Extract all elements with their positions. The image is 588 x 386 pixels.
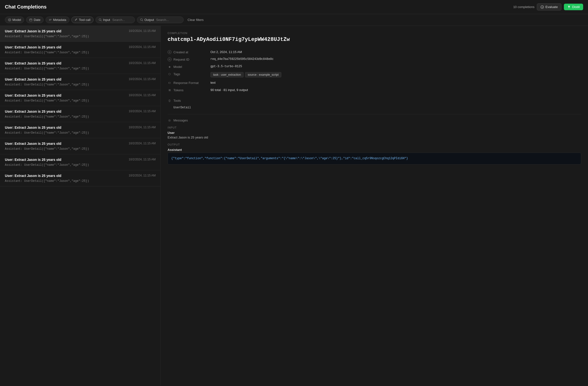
tags-icon: ⬡	[168, 72, 171, 76]
list-item-time: 10/2/2024, 11:15 AM	[129, 158, 156, 161]
input-search-chip[interactable]: Input	[95, 17, 135, 23]
output-search-input[interactable]	[156, 18, 181, 22]
completion-section-label: COMPLETION	[168, 32, 581, 35]
tokens-key: ⊞ Tokens	[168, 88, 207, 92]
output-label: Output	[145, 18, 154, 22]
list-item-title: User: Extract Jason is 25 years old	[5, 158, 61, 162]
toolcall-icon	[75, 18, 78, 21]
list-item-subtitle: Assistant: UserDetail({"name":"Jason","a…	[5, 115, 89, 118]
list-item-subtitle: Assistant: UserDetail({"name":"Jason","a…	[5, 51, 89, 54]
list-item-time: 10/2/2024, 11:15 AM	[129, 94, 156, 97]
list-item[interactable]: User: Extract Jason is 25 years old 10/2…	[0, 26, 161, 42]
model-filter[interactable]: Model	[5, 17, 24, 23]
detail-panel: COMPLETION chatcmpl-ADyAodii0NF7ig7yLepW…	[161, 26, 588, 386]
response-format-key: ⟬⟭ Response Format	[168, 81, 207, 85]
tokens-row: ⊞ Tokens 90 total · 81 input, 9 output	[168, 86, 581, 94]
list-item-time: 10/2/2024, 11:15 AM	[129, 29, 156, 33]
list-item[interactable]: User: Extract Jason is 25 years old 10/2…	[0, 58, 161, 74]
list-item[interactable]: User: Extract Jason is 25 years old 10/2…	[0, 154, 161, 170]
list-item-subtitle: Assistant: UserDetail({"name":"Jason","a…	[5, 179, 89, 183]
toolcall-filter[interactable]: Tool call	[71, 17, 94, 23]
request-id-key: ⊙ Request ID	[168, 58, 207, 61]
list-item-title: User: Extract Jason is 25 years old	[5, 61, 61, 65]
model-key: ◈ Model	[168, 65, 207, 69]
list-item[interactable]: User: Extract Jason is 25 years old 10/2…	[0, 74, 161, 90]
page-title: Chat Completions	[5, 4, 46, 10]
output-section-label: OUTPUT	[168, 143, 581, 146]
list-item[interactable]: User: Extract Jason is 25 years old 10/2…	[0, 170, 161, 186]
list-item[interactable]: User: Extract Jason is 25 years old 10/2…	[0, 42, 161, 58]
metadata-icon	[49, 18, 52, 21]
list-item[interactable]: User: Extract Jason is 25 years old 10/2…	[0, 138, 161, 154]
tools-section: {} Tools	[168, 98, 581, 102]
list-item-title: User: Extract Jason is 25 years old	[5, 45, 61, 49]
list-item-subtitle: Assistant: UserDetail({"name":"Jason","a…	[5, 67, 89, 70]
tags-key: ⬡ Tags	[168, 72, 207, 76]
completions-count: 10 completions	[513, 5, 534, 9]
svg-rect-3	[30, 19, 32, 21]
list-item-subtitle: Assistant: UserDetail({"name":"Jason","a…	[5, 147, 89, 151]
list-item-title: User: Extract Jason is 25 years old	[5, 142, 61, 146]
svg-point-0	[541, 6, 544, 9]
metadata-filter[interactable]: Metadata	[45, 17, 69, 23]
date-filter[interactable]: Date	[26, 17, 43, 23]
input-search-icon	[99, 18, 102, 21]
list-item-subtitle: Assistant: UserDetail({"name":"Jason","a…	[5, 83, 89, 86]
list-item[interactable]: User: Extract Jason is 25 years old 10/2…	[0, 90, 161, 106]
request-id-value: req_d4e7ba759225b595c584243d9c848e0c	[210, 58, 273, 61]
request-icon: ⊙	[168, 58, 171, 61]
list-item-time: 10/2/2024, 11:15 AM	[129, 142, 156, 145]
list-item-time: 10/2/2024, 11:15 AM	[129, 61, 156, 65]
list-item-time: 10/2/2024, 11:15 AM	[129, 126, 156, 129]
evaluate-icon	[541, 5, 544, 9]
list-item-subtitle: Assistant: UserDetail({"name":"Jason","a…	[5, 131, 89, 135]
created-at-key: ⊙ Created at	[168, 50, 207, 54]
list-item[interactable]: User: Extract Jason is 25 years old 10/2…	[0, 106, 161, 122]
tools-icon: {}	[168, 98, 171, 102]
output-search-icon	[140, 18, 143, 21]
response-format-icon: ⟬⟭	[168, 81, 171, 85]
main-layout: User: Extract Jason is 25 years old 10/2…	[0, 26, 588, 386]
list-item-title: User: Extract Jason is 25 years old	[5, 29, 61, 33]
list-item[interactable]: User: Extract Jason is 25 years old 10/2…	[0, 122, 161, 138]
svg-point-2	[9, 19, 10, 20]
list-item-time: 10/2/2024, 11:15 AM	[129, 77, 156, 81]
list-item-time: 10/2/2024, 11:15 AM	[129, 174, 156, 177]
input-search-input[interactable]	[112, 18, 132, 22]
list-item-subtitle: Assistant: UserDetail({"name":"Jason","a…	[5, 99, 89, 102]
tokens-value: 90 total · 81 input, 9 output	[210, 88, 248, 92]
response-format-value: text	[210, 81, 216, 84]
model-detail-icon: ◈	[168, 65, 171, 69]
output-role: Assistant	[168, 148, 581, 152]
list-item-time: 10/2/2024, 11:15 AM	[129, 45, 156, 49]
model-value: gpt-3.5-turbo-0125	[210, 65, 242, 68]
created-at-row: ⊙ Created at Oct 2, 2024, 11:15 AM	[168, 48, 581, 56]
model-icon	[8, 18, 11, 21]
messages-icon: ◎	[168, 118, 171, 122]
list-item-title: User: Extract Jason is 25 years old	[5, 126, 61, 130]
top-actions: 10 completions Evaluate Distill	[513, 3, 583, 10]
tokens-icon: ⊞	[168, 88, 171, 92]
response-format-row: ⟬⟭ Response Format text	[168, 79, 581, 86]
tool-name: UserDetail	[168, 105, 581, 110]
list-item-subtitle: Assistant: UserDetail({"name":"Jason","a…	[5, 163, 89, 167]
evaluate-button[interactable]: Evaluate	[537, 3, 562, 10]
output-search-chip[interactable]: Output	[137, 17, 184, 23]
tags-value: task : user_extractionsource : example_s…	[210, 72, 283, 77]
messages-section: ◎ Messages	[168, 118, 581, 122]
input-content: Extract Jason is 25 years old	[168, 135, 581, 139]
distill-button[interactable]: Distill	[564, 4, 583, 10]
tags-row: ⬡ Tags task : user_extractionsource : ex…	[168, 70, 581, 79]
created-at-value: Oct 2, 2024, 11:15 AM	[210, 50, 242, 54]
list-item-subtitle: Assistant: UserDetail({"name":"Jason","a…	[5, 35, 89, 38]
list-item-title: User: Extract Jason is 25 years old	[5, 77, 61, 81]
clear-filters-button[interactable]: Clear filters	[186, 17, 206, 23]
top-bar: Chat Completions 10 completions Evaluate…	[0, 0, 588, 14]
input-label: Input	[103, 18, 110, 22]
filter-bar: Model Date Metadata Tool call Input Out	[0, 14, 588, 26]
tag-badge: task : user_extraction	[210, 72, 244, 77]
meta-table: ⊙ Created at Oct 2, 2024, 11:15 AM ⊙ Req…	[168, 48, 581, 94]
clock-icon: ⊙	[168, 50, 171, 54]
output-code: {"type":"function","function":{"name":"U…	[168, 153, 581, 165]
input-section-label: INPUT	[168, 126, 581, 129]
